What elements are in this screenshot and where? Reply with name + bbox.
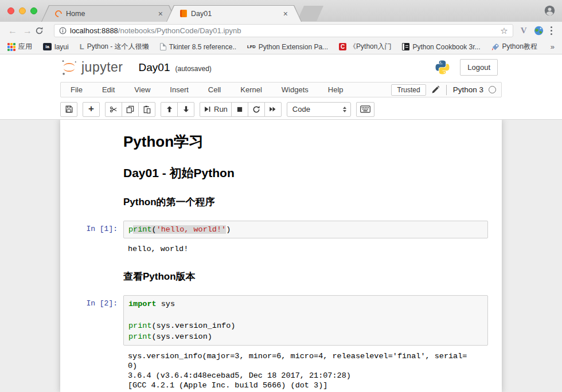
input-prompt: In [1]: — [69, 221, 123, 238]
markdown-heading-2[interactable]: Day01 - 初始Python — [123, 165, 488, 181]
cell-type-select[interactable]: Code — [287, 102, 351, 117]
close-window-button[interactable] — [7, 7, 14, 14]
arrow-up-icon — [166, 105, 173, 113]
bookmark-tkinter[interactable]: Tkinter 8.5 reference.. — [160, 43, 236, 51]
menu-file[interactable]: File — [61, 85, 92, 94]
bookmark-label: Python - 这个人很懒 — [87, 42, 149, 52]
copy-cell-button[interactable] — [122, 102, 139, 117]
copy-icon — [126, 105, 134, 113]
browser-window: Home × Day01 × ← — [0, 0, 562, 392]
bookmark-label: 应用 — [18, 42, 32, 52]
url-input[interactable]: localhost:8888 /notebooks/PythonCode/Day… — [54, 24, 513, 37]
profile-avatar-icon[interactable] — [544, 5, 555, 16]
address-bar: ← → localhost:8888 /notebooks/PythonCode… — [0, 22, 562, 40]
tab-strip: Home × Day01 × — [0, 0, 562, 22]
kernel-name: Python 3 — [453, 85, 483, 94]
logout-button[interactable]: Logout — [460, 59, 498, 76]
stop-icon — [236, 106, 243, 113]
code-input-area[interactable]: print('hello, world!') — [123, 221, 488, 238]
cell-2-output: sys.version_info(major=3, minor=6, micro… — [123, 349, 488, 392]
url-host: localhost:8888 — [70, 26, 118, 35]
bookmark-star-icon[interactable]: ☆ — [500, 26, 508, 36]
python-logo-icon — [435, 60, 450, 75]
menu-help[interactable]: Help — [318, 85, 353, 94]
bookmark-label: Python Extension Pa... — [259, 43, 328, 51]
menu-insert[interactable]: Insert — [160, 85, 198, 94]
bookmark-python-extensions[interactable]: LFD Python Extension Pa... — [247, 43, 328, 51]
select-stepper-icon — [343, 107, 346, 112]
jupyter-wordmark: jupyter — [81, 60, 123, 75]
jupyter-page: jupyter Day01 (autosaved) Logout File Ed… — [0, 54, 562, 392]
code-input-area[interactable]: import sys print(sys.version_info)print(… — [123, 295, 488, 346]
jupyter-spinner-favicon — [54, 9, 64, 18]
cell-1-output: hello, world! — [123, 242, 488, 256]
lfd-favicon: LFD — [247, 44, 256, 49]
notebook-header: jupyter Day01 (autosaved) Logout — [0, 54, 562, 80]
move-cell-down-button[interactable] — [177, 102, 194, 117]
zoom-window-button[interactable] — [30, 7, 37, 14]
add-cell-button[interactable]: + — [83, 102, 100, 117]
notebook-scroll-area[interactable]: Python学习 Day01 - 初始Python Python的第一个程序 I… — [0, 120, 562, 392]
bookmark-python-cookbook[interactable]: Python Cookbook 3r... — [402, 43, 480, 51]
tab-title: Day01 — [191, 10, 279, 18]
paste-cell-button[interactable] — [138, 102, 155, 117]
input-prompt: In [2]: — [69, 295, 123, 346]
notebook-title[interactable]: Day01 — [139, 61, 170, 74]
forward-icon[interactable]: → — [20, 26, 35, 36]
menu-view[interactable]: View — [124, 85, 160, 94]
bookmark-label: Python Cookbook 3r... — [412, 43, 480, 51]
layui-favicon: la — [43, 43, 52, 50]
bookmark-label: 《Python入门 — [349, 42, 391, 52]
tab-home[interactable]: Home × — [41, 5, 177, 22]
back-icon[interactable]: ← — [5, 26, 20, 36]
code-cell-2[interactable]: In [2]: import sys print(sys.version_inf… — [60, 295, 502, 346]
save-button[interactable] — [60, 102, 77, 117]
tab-day01[interactable]: Day01 × — [166, 5, 302, 22]
restart-kernel-button[interactable] — [248, 102, 265, 117]
cut-cell-button[interactable] — [105, 102, 122, 117]
notebook-document: Python学习 Day01 - 初始Python Python的第一个程序 I… — [60, 120, 502, 392]
bookmark-layui[interactable]: la layui — [43, 43, 69, 51]
apps-grid-icon — [7, 43, 15, 51]
interrupt-kernel-button[interactable] — [231, 102, 248, 117]
reload-icon[interactable] — [35, 26, 50, 35]
code-cell-1[interactable]: In [1]: print('hello, world!') — [60, 221, 502, 238]
bookmarks-overflow-chevron[interactable]: » — [551, 42, 555, 51]
fast-forward-icon — [268, 105, 277, 113]
bookmarks-bar: 应用 la layui L Python - 这个人很懒 Tkinter 8.5… — [0, 40, 562, 54]
move-cell-up-button[interactable] — [161, 102, 178, 117]
extension-v-icon[interactable]: V — [521, 26, 527, 36]
close-tab-icon[interactable]: × — [158, 10, 163, 18]
bookmark-apps[interactable]: 应用 — [7, 42, 32, 52]
keyboard-icon — [360, 105, 370, 113]
browser-menu-icon[interactable] — [551, 26, 553, 36]
bookmark-python-blog[interactable]: L Python - 这个人很懒 — [80, 42, 149, 52]
markdown-heading-1[interactable]: Python学习 — [123, 132, 488, 152]
bookmark-label: Tkinter 8.5 reference.. — [169, 43, 236, 51]
letter-l-favicon: L — [80, 42, 84, 51]
command-palette-button[interactable] — [356, 102, 374, 117]
menu-row: File Edit View Insert Cell Kernel Widget… — [0, 80, 562, 99]
restart-run-all-button[interactable] — [264, 102, 282, 117]
trusted-button[interactable]: Trusted — [391, 84, 426, 96]
markdown-heading-3[interactable]: Python的第一个程序 — [123, 195, 488, 209]
minimize-window-button[interactable] — [19, 7, 26, 14]
menu-kernel[interactable]: Kernel — [231, 85, 272, 94]
menu-cell[interactable]: Cell — [198, 85, 231, 94]
menu-widgets[interactable]: Widgets — [272, 85, 318, 94]
jupyter-logo[interactable]: jupyter — [60, 58, 123, 77]
close-tab-icon[interactable]: × — [283, 10, 288, 18]
extension-globe-icon[interactable] — [534, 26, 544, 36]
menu-edit[interactable]: Edit — [92, 85, 124, 94]
arrow-down-icon — [182, 105, 190, 113]
bookmark-python-intro[interactable]: C 《Python入门 — [339, 42, 391, 52]
floppy-icon — [65, 105, 73, 113]
run-cell-button[interactable]: Run — [200, 102, 232, 117]
page-info-icon[interactable] — [59, 27, 67, 34]
markdown-heading-4[interactable]: 查看Python版本 — [123, 270, 488, 283]
document-favicon — [160, 43, 166, 50]
bookmark-python-tutorial[interactable]: Python教程 — [491, 42, 537, 52]
scissors-icon — [110, 105, 118, 113]
notebook-favicon — [180, 10, 187, 17]
notebook-toolbar: + — [0, 99, 562, 120]
